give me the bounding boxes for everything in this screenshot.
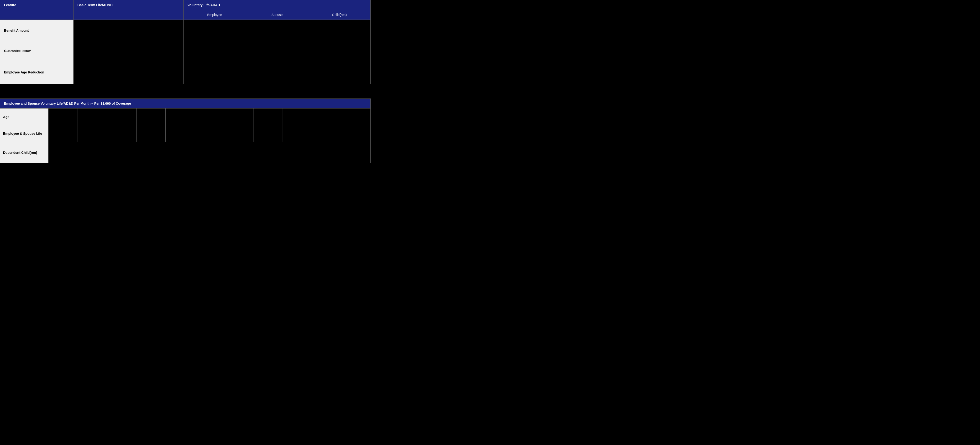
bottom-table: Employee and Spouse Voluntary Life/AD&D … — [0, 98, 371, 163]
basic-term-header: Basic Term Life/AD&D — [73, 0, 183, 10]
age-reduction-basic — [73, 60, 183, 84]
esp-val-6 — [195, 125, 224, 142]
age-label: Age — [0, 109, 48, 125]
page-wrapper: Feature Basic Term Life/AD&D Voluntary L… — [0, 0, 371, 163]
benefit-amount-spouse — [246, 20, 308, 41]
guarantee-issue-row: Guarantee Issue* — [0, 41, 371, 60]
top-table-header-row-1: Feature Basic Term Life/AD&D Voluntary L… — [0, 0, 371, 10]
dependent-children-value — [48, 142, 371, 163]
esp-val-7 — [224, 125, 253, 142]
dependent-children-row: Dependent Child(ren) — [0, 142, 371, 163]
age-reduction-label: Employee Age Reduction — [0, 60, 73, 84]
age-val-9 — [283, 109, 312, 125]
guarantee-issue-basic — [73, 41, 183, 60]
children-subheader: Child(ren) — [308, 10, 371, 20]
table-spacer — [0, 84, 371, 98]
guarantee-issue-employee — [183, 41, 246, 60]
guarantee-issue-label: Guarantee Issue* — [0, 41, 73, 60]
esp-val-4 — [136, 125, 165, 142]
age-val-7 — [224, 109, 253, 125]
bottom-table-header: Employee and Spouse Voluntary Life/AD&D … — [0, 99, 371, 109]
age-val-3 — [107, 109, 136, 125]
age-val-11 — [341, 109, 371, 125]
top-table: Feature Basic Term Life/AD&D Voluntary L… — [0, 0, 371, 84]
esp-val-8 — [253, 125, 283, 142]
age-reduction-spouse — [246, 60, 308, 84]
feature-header: Feature — [0, 0, 73, 10]
bottom-table-wrapper: Employee and Spouse Voluntary Life/AD&D … — [0, 98, 371, 163]
age-val-8 — [253, 109, 283, 125]
esp-val-5 — [165, 125, 195, 142]
age-val-6 — [195, 109, 224, 125]
empty-basic-cell — [73, 10, 183, 20]
age-val-1 — [48, 109, 78, 125]
empty-feature-cell — [0, 10, 73, 20]
top-table-header-row-2: Employee Spouse Child(ren) — [0, 10, 371, 20]
age-reduction-children — [308, 60, 371, 84]
employee-spouse-life-label: Employee & Spouse Life — [0, 125, 48, 142]
benefit-amount-basic — [73, 20, 183, 41]
benefit-amount-row: Benefit Amount — [0, 20, 371, 41]
age-reduction-row: Employee Age Reduction — [0, 60, 371, 84]
benefit-amount-label: Benefit Amount — [0, 20, 73, 41]
spouse-subheader: Spouse — [246, 10, 308, 20]
dependent-children-label: Dependent Child(ren) — [0, 142, 48, 163]
employee-subheader: Employee — [183, 10, 246, 20]
esp-val-9 — [283, 125, 312, 142]
esp-val-11 — [341, 125, 371, 142]
guarantee-issue-children — [308, 41, 371, 60]
esp-val-3 — [107, 125, 136, 142]
esp-val-10 — [312, 125, 341, 142]
age-val-5 — [165, 109, 195, 125]
age-val-2 — [78, 109, 107, 125]
voluntary-header: Voluntary Life/AD&D — [183, 0, 371, 10]
top-table-wrapper: Feature Basic Term Life/AD&D Voluntary L… — [0, 0, 371, 84]
employee-spouse-life-row: Employee & Spouse Life — [0, 125, 371, 142]
age-val-4 — [136, 109, 165, 125]
guarantee-issue-spouse — [246, 41, 308, 60]
bottom-table-header-row: Employee and Spouse Voluntary Life/AD&D … — [0, 99, 371, 109]
age-reduction-employee — [183, 60, 246, 84]
esp-val-1 — [48, 125, 78, 142]
age-row: Age — [0, 109, 371, 125]
age-val-10 — [312, 109, 341, 125]
esp-val-2 — [78, 125, 107, 142]
benefit-amount-children — [308, 20, 371, 41]
benefit-amount-employee — [183, 20, 246, 41]
